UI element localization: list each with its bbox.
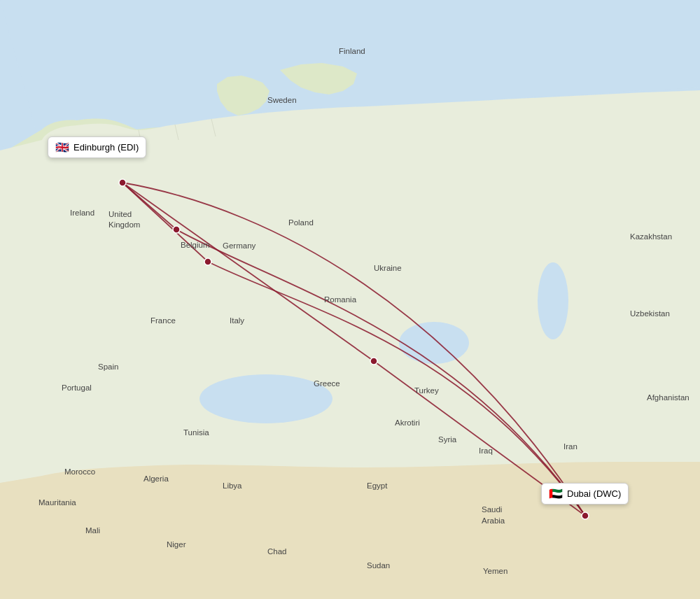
- edinburgh-airport-text: Edinburgh (EDI): [74, 142, 139, 153]
- svg-text:Egypt: Egypt: [367, 481, 388, 490]
- svg-text:Kazakhstan: Kazakhstan: [630, 232, 672, 241]
- svg-text:Libya: Libya: [223, 481, 242, 490]
- svg-text:Syria: Syria: [438, 435, 457, 444]
- svg-point-1: [200, 374, 332, 423]
- svg-text:Tunisia: Tunisia: [183, 428, 209, 437]
- svg-point-9: [204, 258, 211, 265]
- svg-text:Saudi: Saudi: [482, 505, 502, 514]
- edinburgh-flag: 🇬🇧: [55, 141, 69, 154]
- map-container: Ireland United Kingdom France Spain Port…: [0, 0, 700, 599]
- svg-text:Romania: Romania: [324, 295, 357, 304]
- svg-text:Uzbekistan: Uzbekistan: [630, 309, 670, 318]
- svg-point-3: [538, 262, 568, 339]
- svg-point-8: [173, 226, 180, 233]
- svg-text:Iraq: Iraq: [479, 446, 493, 455]
- dubai-flag: 🇦🇪: [549, 487, 563, 500]
- svg-text:Afghanistan: Afghanistan: [647, 393, 690, 402]
- svg-text:Italy: Italy: [230, 316, 244, 325]
- svg-text:Finland: Finland: [339, 47, 365, 55]
- svg-text:Akrotiri: Akrotiri: [395, 418, 420, 427]
- svg-text:Turkey: Turkey: [414, 386, 439, 395]
- svg-text:Sweden: Sweden: [267, 96, 297, 104]
- svg-text:Portugal: Portugal: [62, 383, 92, 392]
- svg-text:Mauritania: Mauritania: [38, 498, 76, 507]
- svg-text:Belgium: Belgium: [181, 241, 210, 249]
- svg-text:Algeria: Algeria: [144, 474, 169, 483]
- svg-text:Ukraine: Ukraine: [374, 264, 402, 272]
- edinburgh-airport-label: 🇬🇧 Edinburgh (EDI): [48, 136, 146, 158]
- svg-text:Ireland: Ireland: [70, 209, 94, 217]
- dubai-airport-text: Dubai (DWC): [567, 488, 621, 499]
- svg-text:Kingdom: Kingdom: [108, 220, 140, 229]
- svg-text:Greece: Greece: [314, 379, 340, 388]
- svg-text:Germany: Germany: [223, 241, 256, 250]
- svg-text:Niger: Niger: [167, 540, 186, 549]
- svg-point-10: [370, 358, 377, 365]
- svg-text:France: France: [150, 316, 176, 325]
- svg-text:Arabia: Arabia: [482, 516, 505, 525]
- svg-text:Morocco: Morocco: [64, 467, 95, 476]
- svg-text:Yemen: Yemen: [483, 567, 507, 575]
- svg-point-2: [399, 322, 469, 364]
- svg-text:Mali: Mali: [85, 526, 100, 535]
- svg-text:United: United: [108, 210, 132, 218]
- svg-text:Spain: Spain: [98, 362, 118, 371]
- dubai-airport-label: 🇦🇪 Dubai (DWC): [541, 483, 629, 505]
- svg-text:Poland: Poland: [288, 218, 314, 227]
- svg-point-7: [119, 179, 126, 186]
- svg-text:Chad: Chad: [267, 547, 287, 556]
- svg-text:Sudan: Sudan: [367, 561, 390, 570]
- svg-text:Iran: Iran: [564, 442, 578, 451]
- svg-point-11: [582, 512, 589, 519]
